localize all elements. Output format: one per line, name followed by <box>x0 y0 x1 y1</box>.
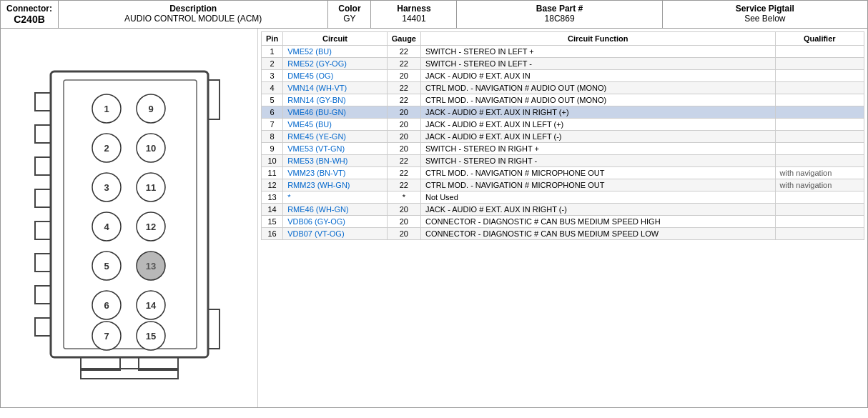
cell-circuit: VME53 (VT-GN) <box>283 143 388 155</box>
table-row: 10RME53 (BN-WH)22SWITCH - STEREO IN RIGH… <box>262 155 864 167</box>
cell-gauge: 20 <box>387 204 420 216</box>
cell-function: SWITCH - STEREO IN RIGHT + <box>420 143 775 155</box>
table-row: 1VME52 (BU)22SWITCH - STEREO IN LEFT + <box>262 46 864 58</box>
cell-qualifier <box>775 82 864 94</box>
cell-function: JACK - AUDIO # EXT. AUX IN LEFT (+) <box>420 119 775 131</box>
basepart-cell: Base Part # 18C869 <box>457 1 662 28</box>
header-bar: Connector: C240B Description AUDIO CONTR… <box>0 0 868 28</box>
cell-function: CTRL MOD. - NAVIGATION # MICROPHONE OUT <box>420 167 775 179</box>
pin-table: Pin Circuit Gauge Circuit Function Quali… <box>261 31 864 240</box>
cell-pin: 5 <box>262 94 283 106</box>
cell-function: JACK - AUDIO # EXT. AUX IN <box>420 70 775 82</box>
svg-text:4: 4 <box>104 222 109 232</box>
cell-function: CTRL MOD. - NAVIGATION # AUDIO OUT (MONO… <box>420 82 775 94</box>
connector-diagram: 1 2 3 4 5 6 7 9 10 11 12 <box>1 29 258 407</box>
cell-pin: 14 <box>262 204 283 216</box>
cell-pin: 3 <box>262 70 283 82</box>
cell-circuit: RME45 (YE-GN) <box>283 131 388 143</box>
cell-pin: 16 <box>262 228 283 240</box>
cell-circuit: RMN14 (GY-BN) <box>283 94 388 106</box>
cell-pin: 11 <box>262 167 283 179</box>
cell-circuit: VDB07 (VT-OG) <box>283 228 388 240</box>
harness-label: Harness <box>377 4 450 14</box>
cell-qualifier <box>775 106 864 119</box>
svg-rect-9 <box>64 80 197 349</box>
svg-rect-0 <box>35 93 51 111</box>
svg-rect-2 <box>35 157 51 175</box>
cell-qualifier <box>775 58 864 70</box>
col-gauge: Gauge <box>387 32 420 46</box>
cell-function: JACK - AUDIO # EXT. AUX IN LEFT (-) <box>420 131 775 143</box>
cell-gauge: 20 <box>387 106 420 119</box>
cell-gauge: 20 <box>387 119 420 131</box>
svg-text:6: 6 <box>104 300 109 311</box>
pin-table-wrapper: Pin Circuit Gauge Circuit Function Quali… <box>258 29 867 407</box>
table-row: 16VDB07 (VT-OG)20CONNECTOR - DIAGNOSTIC … <box>262 228 864 240</box>
table-row: 4VMN14 (WH-VT)22CTRL MOD. - NAVIGATION #… <box>262 82 864 94</box>
cell-circuit: VMM23 (BN-VT) <box>283 167 388 179</box>
cell-qualifier <box>775 155 864 167</box>
cell-pin: 9 <box>262 143 283 155</box>
cell-function: SWITCH - STEREO IN RIGHT - <box>420 155 775 167</box>
description-cell: Description AUDIO CONTROL MODULE (ACM) <box>59 1 328 28</box>
cell-function: SWITCH - STEREO IN LEFT - <box>420 58 775 70</box>
table-row: 8RME45 (YE-GN)20JACK - AUDIO # EXT. AUX … <box>262 131 864 143</box>
cell-qualifier <box>775 94 864 106</box>
cell-gauge: 22 <box>387 155 420 167</box>
cell-gauge: 20 <box>387 70 420 82</box>
service-label: Service Pigtail <box>669 4 862 14</box>
cell-circuit: VME52 (BU) <box>283 46 388 58</box>
connector-value: C240B <box>6 14 52 25</box>
cell-gauge: 20 <box>387 131 420 143</box>
cell-qualifier <box>775 119 864 131</box>
cell-gauge: 20 <box>387 228 420 240</box>
table-row: 7VME45 (BU)20JACK - AUDIO # EXT. AUX IN … <box>262 119 864 131</box>
svg-rect-3 <box>35 189 51 207</box>
svg-text:14: 14 <box>145 300 156 311</box>
svg-rect-11 <box>208 309 220 349</box>
cell-circuit: RME52 (GY-OG) <box>283 58 388 70</box>
cell-circuit: VME46 (BU-GN) <box>283 106 388 119</box>
cell-qualifier <box>775 46 864 58</box>
table-row: 5RMN14 (GY-BN)22CTRL MOD. - NAVIGATION #… <box>262 94 864 106</box>
cell-gauge: 22 <box>387 179 420 191</box>
cell-circuit: VME45 (BU) <box>283 119 388 131</box>
cell-pin: 8 <box>262 131 283 143</box>
cell-circuit: * <box>283 191 388 204</box>
cell-gauge: 22 <box>387 94 420 106</box>
svg-text:2: 2 <box>104 143 109 154</box>
connector-svg: 1 2 3 4 5 6 7 9 10 11 12 <box>22 43 237 393</box>
cell-gauge: 20 <box>387 143 420 155</box>
connector-cell: Connector: C240B <box>1 1 59 28</box>
table-row: 6VME46 (BU-GN)20JACK - AUDIO # EXT. AUX … <box>262 106 864 119</box>
table-row: 9VME53 (VT-GN)20SWITCH - STEREO IN RIGHT… <box>262 143 864 155</box>
service-cell: Service Pigtail See Below <box>663 1 867 28</box>
cell-circuit: VDB06 (GY-OG) <box>283 216 388 228</box>
color-label: Color <box>334 4 365 14</box>
cell-gauge: 22 <box>387 167 420 179</box>
table-row: 3DME45 (OG)20JACK - AUDIO # EXT. AUX IN <box>262 70 864 82</box>
cell-pin: 2 <box>262 58 283 70</box>
connector-label: Connector: <box>6 4 52 14</box>
cell-qualifier <box>775 131 864 143</box>
table-row: 12RMM23 (WH-GN)22CTRL MOD. - NAVIGATION … <box>262 179 864 191</box>
cell-circuit: RMM23 (WH-GN) <box>283 179 388 191</box>
svg-text:7: 7 <box>104 331 109 342</box>
color-value: GY <box>334 14 365 24</box>
cell-function: SWITCH - STEREO IN LEFT + <box>420 46 775 58</box>
svg-rect-8 <box>51 71 208 357</box>
harness-value: 14401 <box>377 14 450 24</box>
cell-pin: 6 <box>262 106 283 119</box>
svg-text:12: 12 <box>145 222 155 232</box>
cell-qualifier <box>775 191 864 204</box>
cell-pin: 1 <box>262 46 283 58</box>
cell-function: Not Used <box>420 191 775 204</box>
cell-gauge: 22 <box>387 82 420 94</box>
cell-function: CTRL MOD. - NAVIGATION # AUDIO OUT (MONO… <box>420 94 775 106</box>
table-row: 11VMM23 (BN-VT)22CTRL MOD. - NAVIGATION … <box>262 167 864 179</box>
svg-text:3: 3 <box>104 182 109 193</box>
cell-gauge: 20 <box>387 216 420 228</box>
col-circuit: Circuit <box>283 32 388 46</box>
cell-pin: 13 <box>262 191 283 204</box>
svg-rect-4 <box>35 222 51 239</box>
